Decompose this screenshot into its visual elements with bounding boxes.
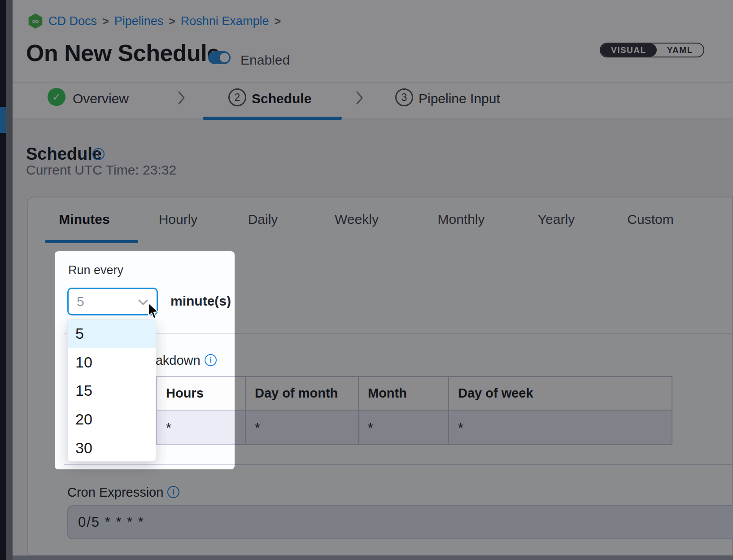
cell-day-of-week: * [449,411,672,444]
cell-hours: * [157,411,246,444]
enabled-toggle[interactable] [208,51,231,64]
enabled-label: Enabled [240,52,290,68]
breadcrumb-link-project[interactable]: CD Docs [48,14,97,28]
tab-daily[interactable]: Daily [218,212,308,227]
step-schedule[interactable]: Schedule [252,91,311,106]
cron-expression-label: Cron Expression [67,485,163,500]
dropdown-option-20[interactable]: 20 [68,405,156,434]
dropdown-option-10[interactable]: 10 [68,348,156,377]
col-hours: Hours [157,377,246,411]
cron-expression-input[interactable]: 0/5 * * * * [67,505,733,539]
section-divider [64,333,733,334]
breadcrumb-separator-icon: > [102,15,109,28]
sidebar-shadow-band [6,0,13,560]
section-divider [64,464,733,465]
tab-custom[interactable]: Custom [606,212,695,227]
schedule-info-icon[interactable]: i [92,148,105,160]
breadcrumb-separator-icon: > [169,15,175,28]
cron-breakdown-table: Minutes Hours Day of month Month Day of … [67,376,672,445]
tab-weekly[interactable]: Weekly [312,212,401,227]
sidebar-scroll-indicator[interactable] [0,107,6,133]
mouse-cursor-icon [148,302,160,321]
cell-day-of-month: * [246,411,359,444]
collapsed-sidebar [0,0,6,560]
tab-hourly[interactable]: Hourly [133,212,223,227]
dropdown-option-5[interactable]: 5 [68,319,156,348]
chevron-down-icon [138,299,148,306]
minutes-unit-label: minute(s) [170,293,231,309]
breakdown-info-icon[interactable]: i [205,354,217,366]
minutes-select[interactable]: 5 [67,288,158,315]
schedule-section-heading: Schedule [26,144,102,164]
step-pipeline-input-number: 3 [395,88,413,106]
step-overview-check-icon: ✓ [48,88,65,106]
bottom-edge [6,556,733,560]
visual-yaml-toggle: VISUAL YAML [600,43,704,57]
col-day-of-week: Day of week [449,377,672,411]
toggle-knob [220,53,229,62]
tab-minutes[interactable]: Minutes [39,212,129,227]
dropdown-option-15[interactable]: 15 [68,376,156,405]
minutes-select-value: 5 [77,294,84,309]
step-chevron-icon [178,91,186,105]
tab-yearly[interactable]: Yearly [511,212,601,227]
breadcrumb-separator-icon: > [274,15,281,28]
step-overview[interactable]: Overview [73,91,129,106]
breadcrumb-link-pipeline[interactable]: Roshni Example [181,14,269,28]
yaml-tab[interactable]: YAML [657,44,703,57]
step-pipeline-input[interactable]: Pipeline Input [419,91,500,106]
table-header-row: Minutes Hours Day of month Month Day of … [68,377,672,411]
dropdown-option-30[interactable]: 30 [68,433,156,462]
visual-tab[interactable]: VISUAL [601,44,657,57]
table-value-row: 0/5 * * * * [68,411,672,444]
step-chevron-icon [356,91,364,105]
step-schedule-number: 2 [228,88,246,106]
breadcrumb: ∞ CD Docs > Pipelines > Roshni Example > [28,13,281,30]
minutes-dropdown-menu: 5 10 15 20 30 [67,319,156,462]
cell-month: * [359,411,449,444]
breadcrumb-link-pipelines[interactable]: Pipelines [114,14,164,28]
active-step-underline [203,117,342,120]
cron-info-icon[interactable]: i [167,486,179,498]
run-every-label: Run every [68,263,123,277]
active-tab-underline [45,240,138,243]
col-day-of-month: Day of month [246,377,359,411]
page-title: On New Schedule [26,39,220,66]
trigger-wizard-screen: ∞ CD Docs > Pipelines > Roshni Example >… [0,0,733,560]
col-month: Month [359,377,449,411]
current-utc-time: Current UTC Time: 23:32 [26,162,176,178]
cd-module-icon: ∞ [28,13,43,29]
tab-monthly[interactable]: Monthly [416,212,506,227]
